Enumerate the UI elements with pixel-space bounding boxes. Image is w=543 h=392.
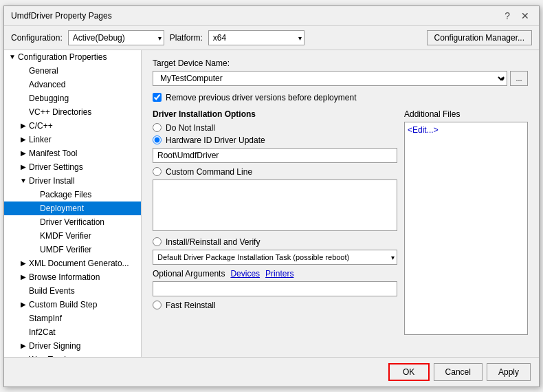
radio-do-not-install[interactable] — [153, 123, 162, 132]
tree-item-vc-dirs[interactable]: VC++ Directories — [4, 105, 141, 119]
tree-toggle-cpp[interactable]: ▶ — [18, 122, 29, 129]
tree-panel: ▼Configuration PropertiesGeneralAdvanced… — [4, 50, 142, 357]
platform-label: Platform: — [170, 33, 203, 43]
tree-item-xml-doc[interactable]: ▶XML Document Generato... — [4, 257, 141, 270]
dialog: UmdfDriver Property Pages ? ✕ Configurat… — [3, 6, 540, 387]
right-additional: Additional Files <Edit...> — [404, 109, 528, 335]
tree-label-custom-build: Custom Build Step — [29, 300, 97, 309]
tree-label-manifest-tool: Manifest Tool — [29, 149, 77, 158]
radio-install-reinstall[interactable] — [153, 237, 162, 246]
tree-label-inf2cat: Inf2Cat — [29, 327, 56, 337]
tree-item-config-props[interactable]: ▼Configuration Properties — [4, 50, 141, 64]
opt-args-input[interactable] — [153, 281, 397, 296]
tree-item-linker[interactable]: ▶Linker — [4, 133, 141, 146]
tree-label-driver-verification: Driver Verification — [40, 217, 104, 227]
close-button[interactable]: ✕ — [518, 10, 532, 21]
radio-do-not-install-row: Do Not Install — [153, 123, 397, 133]
tree-item-driver-signing[interactable]: ▶Driver Signing — [4, 339, 141, 353]
tree-toggle-driver-signing[interactable]: ▶ — [18, 342, 29, 349]
tree-item-deployment[interactable]: Deployment — [4, 202, 141, 215]
config-select-wrapper[interactable]: Active(Debug) — [68, 30, 164, 45]
tree-item-driver-verification[interactable]: Driver Verification — [4, 215, 141, 229]
tree-item-inf2cat[interactable]: Inf2Cat — [4, 325, 141, 339]
additional-files-box: <Edit...> — [404, 122, 528, 335]
left-options: Driver Installation Options Do Not Insta… — [153, 109, 397, 335]
tree-item-kmdf-verifier[interactable]: KMDF Verifier — [4, 229, 141, 243]
tree-toggle-browse-info[interactable]: ▶ — [18, 273, 29, 281]
radio-hw-update[interactable] — [153, 135, 162, 144]
tree-item-stampinf[interactable]: StampInf — [4, 312, 141, 325]
tree-item-umdf-verifier[interactable]: UMDF Verifier — [4, 243, 141, 257]
tree-label-debugging: Debugging — [29, 94, 69, 103]
tree-toggle-linker[interactable]: ▶ — [18, 135, 29, 143]
title-bar-buttons: ? ✕ — [502, 10, 532, 21]
tree-toggle-custom-build[interactable]: ▶ — [18, 301, 29, 308]
tree-label-deployment: Deployment — [40, 204, 84, 213]
platform-select[interactable]: x64 — [208, 30, 304, 45]
target-device-label: Target Device Name: — [153, 58, 528, 68]
hw-input[interactable] — [153, 148, 397, 163]
tree-label-advanced: Advanced — [29, 80, 65, 89]
config-manager-button[interactable]: Configuration Manager... — [427, 30, 532, 45]
tree-item-build-events[interactable]: Build Events — [4, 284, 141, 298]
apply-button[interactable]: Apply — [487, 363, 531, 381]
tree-item-general[interactable]: General — [4, 64, 141, 78]
tree-item-driver-settings[interactable]: ▶Driver Settings — [4, 160, 141, 174]
tree-label-browse-info: Browse Information — [29, 272, 100, 282]
remove-driver-checkbox-row: Remove previous driver versions before d… — [153, 93, 528, 102]
remove-driver-checkbox[interactable] — [153, 93, 162, 102]
platform-select-wrapper[interactable]: x64 — [208, 30, 304, 45]
tree-item-cpp[interactable]: ▶C/C++ — [4, 119, 141, 133]
tree-toggle-xml-doc[interactable]: ▶ — [18, 259, 29, 267]
config-bar: Configuration: Active(Debug) Platform: x… — [4, 26, 539, 50]
radio-custom[interactable] — [153, 167, 162, 176]
install-select[interactable]: Default Driver Package Installation Task… — [153, 250, 397, 265]
tree-label-driver-install: Driver Install — [29, 176, 75, 186]
tree-item-package-files[interactable]: Package Files — [4, 188, 141, 202]
ok-button[interactable]: OK — [388, 363, 430, 381]
target-device-select[interactable]: MyTestComputer — [153, 71, 507, 86]
install-select-wrapper[interactable]: Default Driver Package Installation Task… — [153, 250, 397, 265]
printers-link[interactable]: Printers — [265, 269, 293, 279]
devices-link[interactable]: Devices — [230, 269, 260, 279]
tree-toggle-config-props[interactable]: ▼ — [7, 53, 18, 61]
radio-hw-update-row: Hardware ID Driver Update — [153, 135, 397, 145]
radio-fast-reinstall-label: Fast Reinstall — [166, 301, 216, 310]
tree-item-manifest-tool[interactable]: ▶Manifest Tool — [4, 146, 141, 160]
tree-label-umdf-verifier: UMDF Verifier — [40, 245, 91, 254]
tree-toggle-manifest-tool[interactable]: ▶ — [18, 149, 29, 157]
title-bar: UmdfDriver Property Pages ? ✕ — [4, 6, 539, 26]
footer: OK Cancel Apply — [4, 357, 539, 386]
cancel-button[interactable]: Cancel — [434, 363, 483, 381]
tree-toggle-driver-install[interactable]: ▼ — [18, 177, 29, 184]
opt-args-row: Optional Arguments Devices Printers — [153, 269, 397, 279]
tree-label-package-files: Package Files — [40, 190, 91, 199]
tree-toggle-driver-settings[interactable]: ▶ — [18, 163, 29, 171]
radio-fast-reinstall[interactable] — [153, 301, 162, 309]
tree-item-browse-info[interactable]: ▶Browse Information — [4, 270, 141, 284]
target-device-select-wrapper[interactable]: MyTestComputer — [153, 71, 507, 86]
custom-command-textarea[interactable] — [153, 179, 397, 231]
config-label: Configuration: — [11, 33, 63, 43]
config-select[interactable]: Active(Debug) — [68, 30, 164, 45]
radio-custom-row: Custom Command Line — [153, 167, 397, 177]
tree-label-kmdf-verifier: KMDF Verifier — [40, 231, 91, 241]
right-panel: Target Device Name: MyTestComputer ... R… — [142, 50, 539, 357]
tree-item-advanced[interactable]: Advanced — [4, 78, 141, 91]
tree-label-build-events: Build Events — [29, 286, 75, 296]
main-content: ▼Configuration PropertiesGeneralAdvanced… — [4, 50, 539, 357]
tree-label-vc-dirs: VC++ Directories — [29, 107, 91, 117]
tree-item-custom-build[interactable]: ▶Custom Build Step — [4, 298, 141, 312]
browse-button[interactable]: ... — [510, 71, 528, 86]
tree-label-config-props: Configuration Properties — [18, 52, 107, 62]
help-button[interactable]: ? — [502, 10, 513, 21]
tree-item-debugging[interactable]: Debugging — [4, 91, 141, 105]
tree-item-driver-install[interactable]: ▼Driver Install — [4, 174, 141, 188]
opt-args-label: Optional Arguments — [153, 269, 225, 279]
tree-label-general: General — [29, 66, 58, 76]
additional-files-title: Additional Files — [404, 109, 528, 119]
remove-driver-label: Remove previous driver versions before d… — [166, 93, 356, 102]
radio-install-reinstall-row: Install/Reinstall and Verify — [153, 237, 397, 247]
radio-hw-update-label: Hardware ID Driver Update — [166, 135, 265, 145]
additional-files-edit: <Edit...> — [408, 125, 439, 135]
